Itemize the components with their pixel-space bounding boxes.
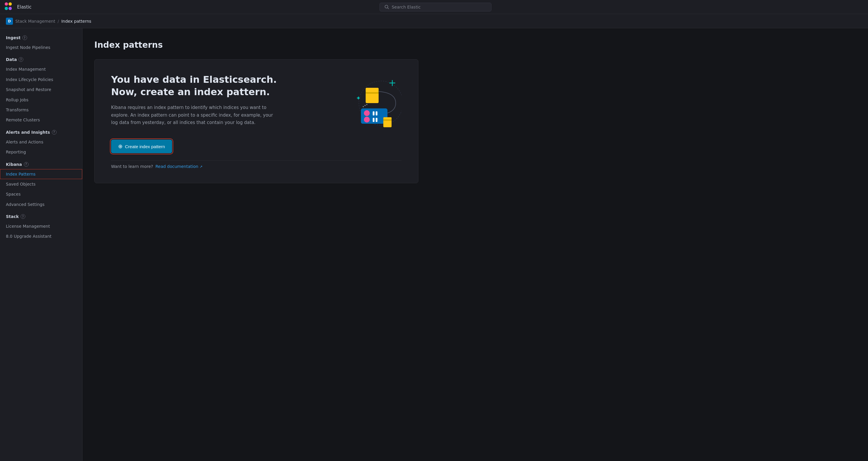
breadcrumb-separator: / bbox=[58, 19, 59, 24]
svg-point-20 bbox=[363, 106, 364, 107]
page-title: Index patterns bbox=[94, 40, 856, 50]
svg-rect-7 bbox=[366, 88, 379, 92]
data-help-icon[interactable]: ? bbox=[19, 57, 23, 62]
user-avatar[interactable]: D bbox=[6, 18, 13, 25]
info-card: You have data in Elasticsearch. Now, cre… bbox=[94, 59, 418, 183]
sidebar-item-reporting[interactable]: Reporting bbox=[0, 147, 82, 157]
top-nav-left: Elastic bbox=[5, 2, 32, 12]
sidebar-item-alerts-and-actions[interactable]: Alerts and Actions bbox=[0, 137, 82, 147]
logo-circle-pink bbox=[5, 2, 8, 6]
kibana-help-icon[interactable]: ? bbox=[24, 162, 29, 167]
sidebar-section-data-label: Data bbox=[6, 57, 17, 62]
svg-point-9 bbox=[364, 110, 370, 116]
sidebar-section-kibana-label: Kibana bbox=[6, 162, 22, 167]
sidebar-section-stack-label: Stack bbox=[6, 214, 19, 219]
external-link-icon: ↗ bbox=[200, 165, 203, 169]
sidebar-section-stack: Stack ? bbox=[0, 210, 82, 221]
svg-rect-14 bbox=[376, 118, 377, 122]
top-nav: Elastic Search Elastic bbox=[0, 0, 868, 14]
search-bar[interactable]: Search Elastic bbox=[379, 3, 492, 11]
svg-rect-13 bbox=[373, 118, 374, 122]
sidebar-section-ingest-label: Ingest bbox=[6, 35, 21, 40]
sidebar-item-remote-clusters[interactable]: Remote Clusters bbox=[0, 115, 82, 125]
main-content: Index patterns You have data in Elastics… bbox=[83, 28, 868, 461]
card-body: You have data in Elasticsearch. Now, cre… bbox=[111, 74, 402, 132]
create-index-pattern-button[interactable]: ⊕ Create index pattern bbox=[111, 140, 172, 153]
card-headline: You have data in Elasticsearch. Now, cre… bbox=[111, 74, 319, 98]
breadcrumb-parent[interactable]: Stack Management bbox=[15, 19, 55, 24]
svg-text:✦: ✦ bbox=[356, 95, 361, 102]
sidebar-item-advanced-settings[interactable]: Advanced Settings bbox=[0, 199, 82, 210]
card-headline-line1: You have data in Elasticsearch. bbox=[111, 74, 277, 85]
svg-point-22 bbox=[366, 104, 367, 105]
sidebar-item-upgrade-assistant[interactable]: 8.0 Upgrade Assistant bbox=[0, 231, 82, 241]
sidebar-item-spaces[interactable]: Spaces bbox=[0, 189, 82, 199]
sidebar-item-saved-objects[interactable]: Saved Objects bbox=[0, 179, 82, 189]
svg-rect-11 bbox=[373, 111, 374, 116]
logo-circle-yellow bbox=[8, 2, 12, 6]
svg-point-10 bbox=[364, 117, 370, 123]
sidebar-section-alerts-insights: Alerts and Insights ? bbox=[0, 125, 82, 137]
sidebar-section-data: Data ? bbox=[0, 53, 82, 64]
logo-circle-blue bbox=[5, 7, 8, 10]
app-title: Elastic bbox=[17, 4, 32, 10]
breadcrumb-bar: D Stack Management / Index patterns bbox=[0, 14, 868, 28]
page-header: Index patterns bbox=[94, 40, 856, 50]
sidebar-section-alerts-label: Alerts and Insights bbox=[6, 130, 50, 134]
breadcrumb-current: Index patterns bbox=[61, 19, 91, 24]
sidebar-item-rollup-jobs[interactable]: Rollup Jobs bbox=[0, 95, 82, 105]
card-footer: Want to learn more? Read documentation ↗ bbox=[111, 160, 402, 169]
search-icon bbox=[384, 5, 389, 9]
sidebar-item-index-patterns[interactable]: Index Patterns bbox=[0, 169, 82, 179]
sidebar-item-index-lifecycle-policies[interactable]: Index Lifecycle Policies bbox=[0, 74, 82, 85]
sidebar-section-kibana: Kibana ? bbox=[0, 157, 82, 169]
sidebar-item-ingest-node-pipelines[interactable]: Ingest Node Pipelines bbox=[0, 42, 82, 53]
svg-rect-19 bbox=[383, 119, 392, 121]
svg-text:+: + bbox=[388, 77, 396, 88]
sidebar-item-transforms[interactable]: Transforms bbox=[0, 105, 82, 115]
sidebar: Ingest ? Ingest Node Pipelines Data ? In… bbox=[0, 28, 83, 461]
sidebar-item-snapshot-and-restore[interactable]: Snapshot and Restore bbox=[0, 85, 82, 95]
svg-point-21 bbox=[365, 105, 366, 106]
main-layout: Ingest ? Ingest Node Pipelines Data ? In… bbox=[0, 28, 868, 461]
illustration-svg: + bbox=[331, 74, 402, 132]
logo-circle-purple bbox=[8, 7, 12, 10]
card-description: Kibana requires an index pattern to iden… bbox=[111, 104, 276, 127]
stack-help-icon[interactable]: ? bbox=[21, 214, 25, 219]
svg-rect-12 bbox=[376, 111, 377, 116]
plus-icon: ⊕ bbox=[118, 143, 123, 150]
card-illustration: + bbox=[331, 74, 402, 132]
sidebar-item-license-management[interactable]: License Management bbox=[0, 221, 82, 231]
card-text: You have data in Elasticsearch. Now, cre… bbox=[111, 74, 319, 127]
search-bar-placeholder: Search Elastic bbox=[392, 5, 421, 9]
alerts-help-icon[interactable]: ? bbox=[52, 130, 57, 134]
sidebar-section-ingest: Ingest ? bbox=[0, 33, 82, 42]
footer-link-text: Read documentation bbox=[155, 164, 198, 169]
create-button-label: Create index pattern bbox=[125, 144, 165, 149]
sidebar-item-index-management[interactable]: Index Management bbox=[0, 64, 82, 74]
read-documentation-link[interactable]: Read documentation ↗ bbox=[155, 164, 203, 169]
ingest-help-icon[interactable]: ? bbox=[22, 35, 27, 40]
footer-question: Want to learn more? bbox=[111, 164, 153, 169]
card-headline-line2: Now, create an index pattern. bbox=[111, 86, 270, 97]
elastic-logo[interactable] bbox=[5, 2, 14, 12]
svg-line-1 bbox=[388, 8, 389, 9]
